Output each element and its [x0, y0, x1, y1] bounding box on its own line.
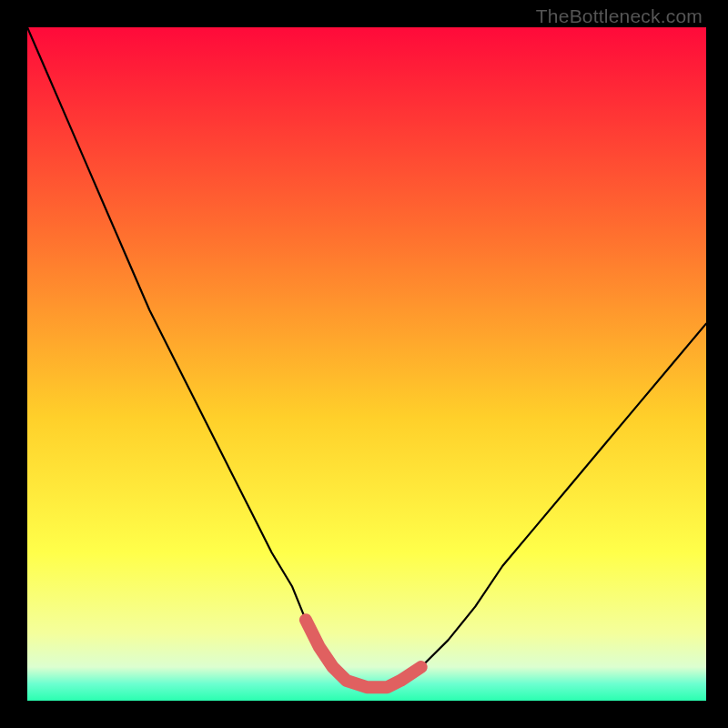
chart-container: TheBottleneck.com — [0, 0, 728, 728]
plot-area — [27, 27, 706, 701]
watermark-text: TheBottleneck.com — [536, 5, 703, 27]
curve-layer — [27, 27, 706, 701]
sweet-spot-marker — [306, 620, 421, 687]
bottleneck-curve — [27, 27, 706, 687]
